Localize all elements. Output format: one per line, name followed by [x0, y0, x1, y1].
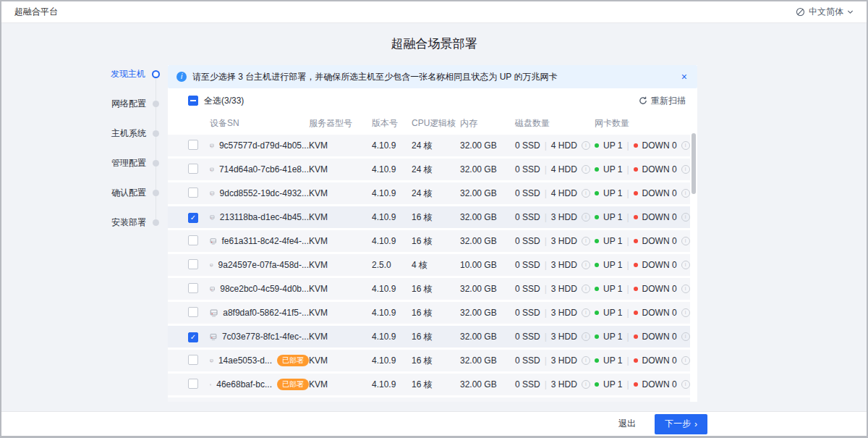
row-checkbox[interactable] [188, 259, 198, 269]
disk-info-icon[interactable] [582, 141, 590, 150]
nic-info-icon[interactable] [681, 380, 690, 389]
table-row[interactable]: 9c57577d-d79d-4b05... KVM 4.10.9 24 核 32… [168, 135, 690, 156]
nic-info-icon[interactable] [681, 285, 690, 293]
row-ssd-count: 0 SSD [515, 379, 540, 389]
table-scrollbar[interactable] [692, 133, 696, 402]
exit-button[interactable]: 退出 [618, 418, 636, 430]
row-cpu: 24 核 [412, 188, 460, 200]
table-row[interactable]: 7c03e778-8fc1-4fec-... KVM 4.10.9 16 核 3… [168, 326, 690, 348]
row-checkbox[interactable] [188, 332, 198, 342]
row-cpu: 16 核 [412, 235, 460, 248]
table-row[interactable]: 9a24597e-07fa-458d-... KVM 2.5.0 4 核 10.… [168, 254, 690, 276]
row-hdd-count: 3 HDD [551, 332, 577, 342]
host-icon [210, 213, 215, 222]
row-nic-down: DOWN 0 [642, 236, 677, 246]
table-row[interactable]: 213118ba-d1ec-4b45... KVM 4.10.9 16 核 32… [168, 206, 690, 228]
row-sn: 46e68baf-bc... [216, 379, 272, 389]
language-switcher[interactable]: 中文简体 [796, 6, 854, 18]
step-dot [153, 160, 159, 167]
row-checkbox[interactable] [188, 140, 198, 150]
disk-info-icon[interactable] [582, 165, 590, 174]
row-hdd-count: 4 HDD [551, 140, 577, 151]
nic-info-icon[interactable] [681, 141, 690, 150]
disk-info-icon[interactable] [582, 356, 590, 365]
nic-info-icon[interactable] [681, 332, 690, 341]
table-toolbar: 全选(3/33) 重新扫描 [168, 88, 697, 113]
table-row[interactable]: 98ce2bc0-4c59-4d0b... KVM 4.10.9 16 核 32… [168, 278, 690, 300]
table-row[interactable]: 14ae5053-d... 已部署 KVM 4.10.9 16 核 32.00 … [168, 350, 690, 371]
up-status-dot [595, 263, 599, 267]
row-cpu: 16 核 [412, 355, 460, 367]
row-nic-up: UP 1 [603, 355, 622, 366]
step-item-3[interactable]: 主机系统 [1, 126, 168, 140]
row-checkbox[interactable] [188, 188, 198, 198]
disk-info-icon[interactable] [582, 237, 590, 245]
row-cpu: 16 核 [412, 307, 460, 319]
nic-info-icon[interactable] [681, 308, 690, 317]
host-icon [210, 285, 215, 294]
nic-info-icon[interactable] [681, 213, 690, 222]
disk-info-icon[interactable] [582, 308, 590, 317]
separator: | [545, 236, 547, 246]
row-checkbox[interactable] [188, 164, 198, 174]
row-checkbox[interactable] [188, 307, 198, 317]
disk-info-icon[interactable] [582, 332, 590, 341]
row-model: KVM [309, 379, 372, 389]
nic-info-icon[interactable] [681, 261, 690, 269]
row-version: 4.10.9 [372, 284, 412, 294]
row-checkbox[interactable] [188, 235, 198, 245]
separator: | [545, 355, 547, 366]
row-memory: 32.00 GB [460, 164, 515, 174]
down-status-dot [634, 143, 638, 148]
wizard: 发现主机网络配置主机系统管理配置确认配置安装部署 i 请至少选择 3 台主机进行… [1, 65, 867, 402]
step-item-2[interactable]: 网络配置 [1, 96, 168, 111]
step-item-5[interactable]: 确认配置 [1, 185, 168, 200]
select-all-checkbox[interactable] [188, 96, 198, 106]
close-icon[interactable]: × [680, 72, 689, 82]
row-checkbox[interactable] [188, 283, 198, 293]
select-all[interactable]: 全选(3/33) [188, 95, 244, 107]
scrollbar-thumb[interactable] [692, 133, 696, 194]
up-status-dot [595, 143, 599, 148]
disk-info-icon[interactable] [582, 380, 590, 389]
nic-info-icon[interactable] [681, 165, 690, 174]
rescan-button[interactable]: 重新扫描 [639, 95, 686, 107]
step-item-4[interactable]: 管理配置 [1, 156, 168, 170]
row-sn: 7c03e778-8fc1-4fec-... [222, 332, 309, 342]
disk-info-icon[interactable] [582, 189, 590, 198]
table-row[interactable]: 9dcd8552-19dc-4932... KVM 4.10.9 24 核 32… [168, 182, 690, 204]
next-step-button[interactable]: 下一步 › [655, 414, 707, 434]
row-memory: 32.00 GB [460, 140, 515, 151]
table-row[interactable]: fe61a311-8c42-4fe4-... KVM 4.10.9 16 核 3… [168, 230, 690, 252]
nic-info-icon[interactable] [681, 237, 690, 245]
deployed-badge: 已部署 [277, 355, 309, 366]
table-row[interactable]: 714d64a0-7cb6-41e8... KVM 4.10.9 24 核 32… [168, 159, 690, 180]
row-memory: 32.00 GB [460, 332, 515, 342]
rescan-label: 重新扫描 [651, 95, 686, 107]
step-item-6[interactable]: 安装部署 [1, 215, 168, 229]
separator: | [545, 379, 547, 389]
table-row[interactable]: 46e68baf-bc... 已部署 KVM 4.10.9 16 核 32.00… [168, 374, 690, 395]
separator: | [545, 284, 547, 294]
table-row[interactable]: 已部署 | | [168, 397, 690, 402]
row-ssd-count: 0 SSD [515, 188, 540, 198]
row-version: 4.10.9 [372, 332, 412, 342]
down-status-dot [634, 215, 638, 219]
table-row[interactable]: a8f9daf0-5862-41f5-... KVM 4.10.9 16 核 3… [168, 302, 690, 324]
banner-text: 请至少选择 3 台主机进行部署，并确保所选主机至少包含一张名称相同且状态为 UP… [192, 71, 674, 83]
disk-info-icon[interactable] [582, 213, 590, 222]
row-checkbox[interactable] [188, 379, 198, 389]
row-hdd-count: 3 HDD [551, 284, 577, 294]
step-label: 主机系统 [111, 127, 146, 140]
host-icon [210, 165, 214, 174]
up-status-dot [595, 215, 599, 219]
row-checkbox[interactable] [188, 213, 198, 223]
step-item-1[interactable]: 发现主机 [1, 67, 168, 81]
nic-info-icon[interactable] [681, 189, 690, 198]
nic-info-icon[interactable] [681, 356, 690, 365]
row-checkbox[interactable] [188, 355, 198, 365]
row-model: KVM [309, 260, 372, 270]
disk-info-icon[interactable] [582, 285, 590, 293]
disk-info-icon[interactable] [582, 261, 590, 269]
step-dot [152, 70, 160, 78]
